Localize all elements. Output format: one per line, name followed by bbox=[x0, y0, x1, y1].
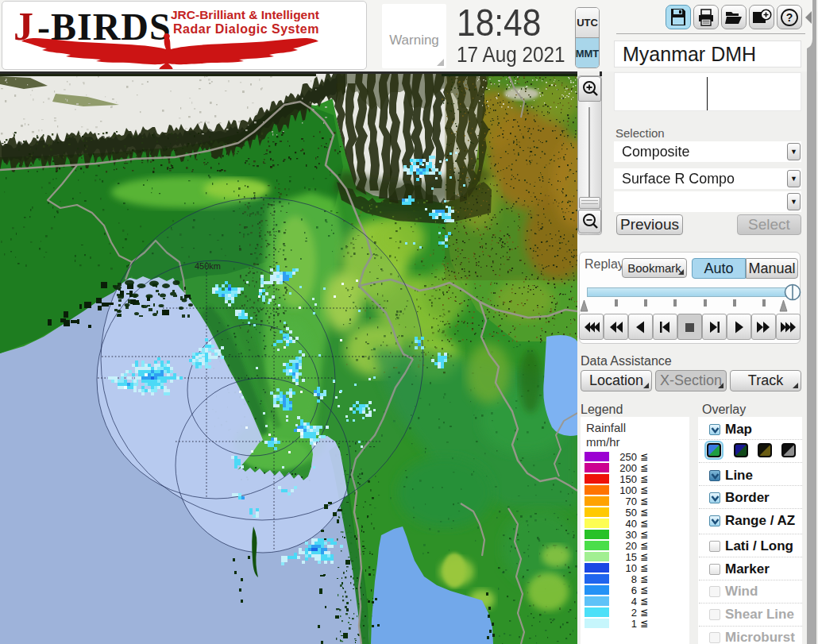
svg-text:450km: 450km bbox=[195, 261, 221, 271]
svg-text:?: ? bbox=[786, 11, 793, 24]
svg-text:JRC-Brilliant & Intelligent: JRC-Brilliant & Intelligent bbox=[171, 8, 319, 21]
svg-text:Radar Dialogic System: Radar Dialogic System bbox=[173, 22, 319, 36]
